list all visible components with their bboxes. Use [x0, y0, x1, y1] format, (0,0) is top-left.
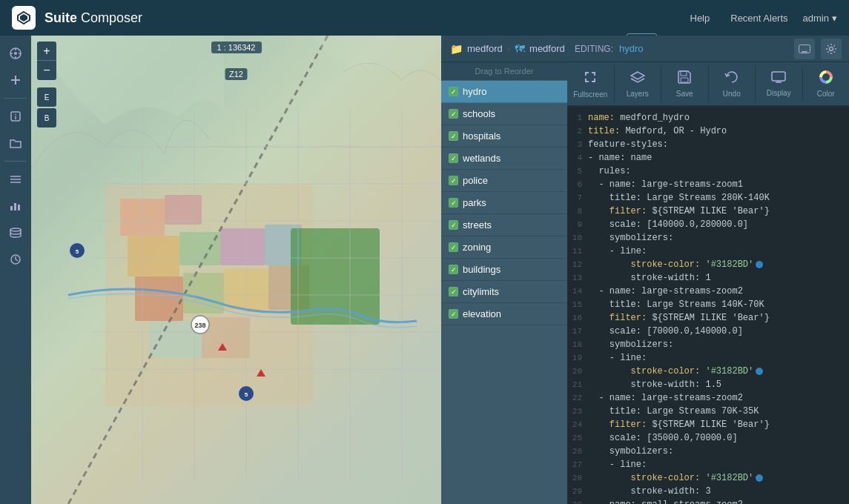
breadcrumb-parent[interactable]: medford: [467, 43, 503, 54]
code-editor[interactable]: 1name: medford_hydro2title: Medford, OR …: [567, 107, 849, 504]
admin-menu[interactable]: admin ▾: [803, 13, 837, 24]
line-content: scale: [35000.0,70000.0]: [588, 431, 849, 445]
layer-name-hydro: hydro: [463, 86, 560, 97]
line-content: symbolizers:: [588, 231, 849, 245]
layer-panel: 📁 medford › 🗺 medford 11 Layers + Add La…: [441, 36, 567, 504]
breadcrumb-current[interactable]: medford: [529, 43, 565, 54]
layer-checkbox-police[interactable]: ✓: [449, 176, 458, 185]
line-content: title: Large Streams 70K-35K: [588, 405, 849, 418]
svg-rect-18: [18, 205, 20, 210]
line-number: 13: [567, 271, 588, 285]
layer-item-citylimits[interactable]: ✓ citylimits: [441, 281, 567, 303]
layer-item-hydro[interactable]: ✓ hydro: [441, 81, 567, 103]
svg-rect-32: [183, 273, 224, 314]
layer-checkbox-hospitals[interactable]: ✓: [449, 131, 458, 141]
code-line-10: 10 symbolizers:: [567, 231, 849, 245]
line-content: scale: [70000.0,140000.0]: [588, 325, 849, 338]
layer-item-zoning[interactable]: ✓ zoning: [441, 236, 567, 259]
code-line-6: 6 - name: large-streams-zoom1: [567, 178, 849, 191]
sidebar-stack-btn[interactable]: [4, 221, 27, 245]
layer-item-police[interactable]: ✓ police: [441, 170, 567, 192]
line-number: 8: [567, 205, 588, 218]
fullscreen-label: Fullscreen: [573, 90, 607, 99]
line-content: filter: ${STREAM ILIKE 'Bear'}: [588, 311, 849, 325]
recent-alerts-link[interactable]: Recent Alerts: [724, 10, 793, 27]
layer-checkbox-wetlands[interactable]: ✓: [449, 153, 458, 163]
keyboard-icon-btn[interactable]: [794, 39, 815, 59]
breadcrumb-separator: ›: [507, 43, 510, 54]
line-number: 29: [567, 485, 588, 498]
code-line-4: 4- name: name: [567, 151, 849, 165]
layer-item-streets[interactable]: ✓ streets: [441, 214, 567, 236]
save-label: Save: [676, 90, 693, 98]
app-logo[interactable]: [12, 6, 36, 30]
undo-btn[interactable]: Undo: [709, 66, 756, 102]
svg-rect-31: [135, 276, 183, 321]
sidebar-layers-btn[interactable]: [4, 168, 27, 191]
line-number: 24: [567, 418, 588, 431]
sidebar-compass-btn[interactable]: [4, 42, 27, 65]
layer-item-buildings[interactable]: ✓ buildings: [441, 259, 567, 281]
line-content: title: Medford, OR - Hydro: [588, 125, 849, 138]
display-btn[interactable]: Display: [756, 67, 803, 102]
layer-name-wetlands: wetlands: [463, 153, 560, 164]
line-number: 3: [567, 138, 588, 151]
display-label: Display: [767, 89, 791, 97]
breadcrumb-section: 📁 medford › 🗺 medford: [441, 43, 574, 55]
layer-name-hospitals: hospitals: [463, 130, 560, 142]
fullscreen-icon: [583, 70, 598, 88]
layer-checkbox-citylimits[interactable]: ✓: [449, 287, 458, 296]
layer-item-hospitals[interactable]: ✓ hospitals: [441, 125, 567, 147]
fullscreen-btn[interactable]: Fullscreen: [567, 65, 615, 103]
layer-checkbox-buildings[interactable]: ✓: [449, 265, 458, 274]
layers-label: Layers: [627, 90, 649, 98]
app-title: Suite Composer: [44, 10, 142, 26]
layer-item-schools[interactable]: ✓ schools: [441, 103, 567, 125]
map-area[interactable]: 238 5 5 + −: [31, 36, 441, 504]
layer-item-wetlands[interactable]: ✓ wetlands: [441, 147, 567, 170]
line-content: - name: small-streams-zoom2: [588, 498, 849, 504]
help-link[interactable]: Help: [684, 10, 716, 27]
layer-item-elevation[interactable]: ✓ elevation: [441, 303, 567, 325]
code-line-9: 9 scale: [140000.0,280000.0]: [567, 218, 849, 231]
settings-icon-btn[interactable]: [821, 39, 842, 59]
line-content: - line:: [588, 458, 849, 471]
code-line-20: 20 stroke-color: '#3182BD': [567, 365, 849, 378]
save-btn[interactable]: Save: [661, 66, 709, 102]
color-btn[interactable]: Color: [803, 66, 850, 102]
map-nav-e-btn[interactable]: E: [37, 87, 56, 107]
sidebar-clock-btn[interactable]: [4, 248, 27, 271]
code-line-21: 21 stroke-width: 1.5: [567, 378, 849, 391]
code-line-18: 18 symbolizers:: [567, 338, 849, 351]
map-icon: 🗺: [515, 43, 525, 55]
line-number: 22: [567, 391, 588, 405]
line-content: - name: large-streams-zoom1: [588, 178, 849, 191]
zoom-out-btn[interactable]: −: [37, 61, 56, 80]
layer-checkbox-zoning[interactable]: ✓: [449, 242, 458, 252]
sidebar-add-btn[interactable]: [4, 68, 27, 92]
line-number: 6: [567, 178, 588, 191]
layers-btn[interactable]: Layers: [615, 66, 662, 102]
layer-item-parks[interactable]: ✓ parks: [441, 192, 567, 214]
sidebar-info-btn[interactable]: [4, 105, 27, 128]
layer-checkbox-elevation[interactable]: ✓: [449, 309, 458, 319]
line-number: 17: [567, 325, 588, 338]
map-zoom-controls: + −: [37, 42, 56, 80]
layer-checkbox-parks[interactable]: ✓: [449, 198, 458, 208]
sidebar-divider: [4, 98, 27, 99]
sidebar-folder-btn[interactable]: [4, 131, 27, 155]
zoom-in-btn[interactable]: +: [37, 42, 56, 61]
layer-checkbox-hydro[interactable]: ✓: [449, 87, 458, 96]
sidebar-chart-btn[interactable]: [4, 194, 27, 218]
layer-checkbox-streets[interactable]: ✓: [449, 220, 458, 230]
undo-label: Undo: [723, 90, 741, 98]
svg-text:5: 5: [76, 248, 79, 255]
map-background: 238 5 5 + −: [31, 36, 441, 504]
line-number: 20: [567, 365, 588, 378]
svg-rect-27: [128, 236, 179, 276]
layer-checkbox-schools[interactable]: ✓: [449, 109, 458, 119]
layer-name-elevation: elevation: [463, 308, 560, 319]
line-content: - name: large-streams-zoom2: [588, 285, 849, 298]
map-nav-b-btn[interactable]: B: [37, 108, 56, 127]
right-panel: EDITING: hydro Fullscreen Laye: [567, 36, 849, 504]
